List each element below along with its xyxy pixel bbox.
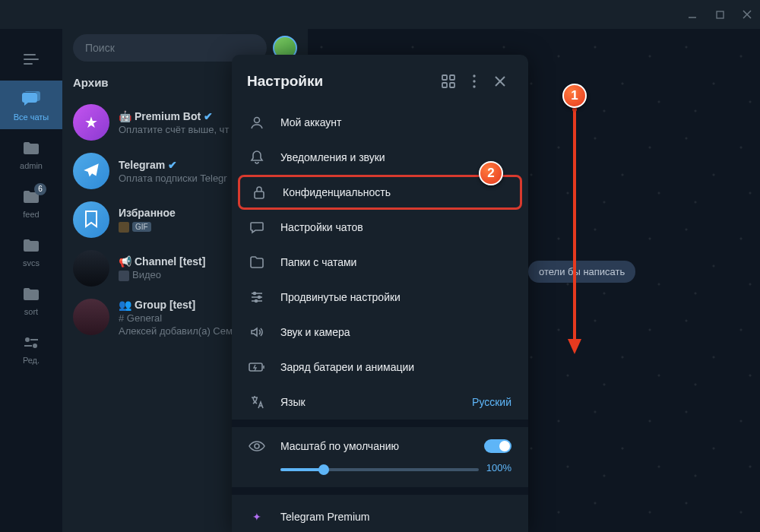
svg-point-20 bbox=[255, 118, 260, 123]
star-icon: ✦ bbox=[249, 508, 265, 525]
settings-chat[interactable]: Настройки чатов bbox=[232, 210, 528, 245]
channel-icon: 📢 bbox=[119, 255, 131, 268]
divider bbox=[232, 420, 528, 427]
annotation-marker-1: 1 bbox=[562, 84, 587, 108]
settings-value: Русский bbox=[472, 396, 511, 408]
folder-icon bbox=[249, 254, 265, 271]
avatar bbox=[73, 250, 109, 287]
svg-point-16 bbox=[473, 80, 475, 82]
svg-rect-14 bbox=[450, 83, 454, 87]
qr-button[interactable] bbox=[435, 68, 461, 94]
nav-label: Ред. bbox=[23, 356, 40, 365]
settings-advanced[interactable]: Продвинутые настройки bbox=[232, 280, 528, 315]
menu-toggle[interactable] bbox=[0, 44, 62, 74]
svg-rect-1 bbox=[717, 11, 724, 18]
modal-header: Настройки bbox=[232, 55, 528, 105]
modal-title: Настройки bbox=[247, 73, 435, 90]
settings-sound[interactable]: Звук и камера bbox=[232, 315, 528, 350]
nav-label: sort bbox=[24, 307, 38, 316]
chat-title: Telegram bbox=[119, 159, 165, 171]
svg-rect-28 bbox=[249, 363, 262, 371]
avatar bbox=[73, 153, 109, 189]
settings-label: Настройки чатов bbox=[280, 221, 511, 233]
settings-scale: Масштаб по умолчанию 100% bbox=[232, 427, 528, 487]
settings-label: Язык bbox=[280, 396, 457, 408]
bot-icon: 🤖 bbox=[119, 110, 131, 122]
settings-privacy[interactable]: Конфиденциальность bbox=[238, 175, 522, 210]
svg-rect-12 bbox=[450, 75, 454, 80]
folder-icon bbox=[21, 235, 42, 256]
settings-label: Уведомления и звуки bbox=[280, 151, 511, 163]
svg-point-15 bbox=[473, 74, 475, 77]
nav-sort[interactable]: sort bbox=[0, 275, 62, 324]
chat-icon bbox=[249, 219, 265, 236]
svg-rect-21 bbox=[255, 192, 264, 198]
settings-account[interactable]: Мой аккаунт bbox=[232, 105, 528, 140]
chat-title: Premium Bot bbox=[135, 110, 201, 122]
verified-icon: ✔ bbox=[168, 159, 177, 171]
chat-title: Channel [test] bbox=[135, 255, 205, 268]
svg-point-17 bbox=[473, 85, 475, 87]
settings-folders[interactable]: Папки с чатами bbox=[232, 245, 528, 280]
more-button[interactable] bbox=[461, 68, 487, 94]
scale-slider[interactable] bbox=[280, 468, 479, 471]
maximize-button[interactable] bbox=[714, 9, 725, 20]
annotation-arrow bbox=[565, 106, 584, 357]
annotation-marker-2: 2 bbox=[479, 161, 503, 185]
svg-point-23 bbox=[254, 293, 256, 295]
battery-icon bbox=[249, 359, 265, 375]
chats-icon bbox=[21, 89, 42, 110]
account-icon bbox=[249, 114, 265, 131]
scale-value: 100% bbox=[486, 462, 511, 473]
svg-marker-32 bbox=[568, 339, 581, 354]
folder-icon: 6 bbox=[21, 186, 42, 207]
settings-battery[interactable]: Заряд батареи и анимации bbox=[232, 350, 528, 385]
scale-toggle[interactable] bbox=[484, 439, 511, 453]
close-window-button[interactable] bbox=[742, 9, 752, 20]
settings-label: Продвинутые настройки bbox=[280, 291, 511, 303]
badge: 6 bbox=[34, 183, 46, 195]
avatar bbox=[73, 201, 109, 238]
language-icon bbox=[249, 394, 265, 410]
settings-label: Папки с чатами bbox=[280, 256, 511, 268]
settings-premium[interactable]: ✦ Telegram Premium bbox=[232, 499, 528, 532]
lock-icon bbox=[251, 184, 268, 201]
sidebar-nav: Все чаты admin 6 feed svcs sort Ред. bbox=[0, 29, 62, 532]
settings-label: Telegram Premium bbox=[280, 511, 511, 523]
nav-all-chats[interactable]: Все чаты bbox=[0, 81, 62, 129]
titlebar bbox=[0, 0, 760, 29]
verified-icon: ✔ bbox=[204, 110, 213, 122]
svg-rect-11 bbox=[442, 75, 447, 80]
settings-label: Мой аккаунт bbox=[280, 116, 511, 128]
eye-icon bbox=[249, 438, 265, 454]
chat-title: Group [test] bbox=[135, 299, 195, 311]
scale-label: Масштаб по умолчанию bbox=[280, 440, 469, 452]
minimize-button[interactable] bbox=[687, 9, 698, 20]
svg-point-9 bbox=[33, 344, 36, 347]
nav-label: admin bbox=[20, 161, 43, 170]
folder-icon bbox=[21, 138, 42, 159]
nav-feed[interactable]: 6 feed bbox=[0, 178, 62, 226]
divider bbox=[232, 487, 528, 495]
nav-svcs[interactable]: svcs bbox=[0, 226, 62, 275]
nav-edit[interactable]: Ред. bbox=[0, 324, 62, 372]
svg-point-27 bbox=[255, 300, 258, 302]
avatar: ★ bbox=[73, 104, 109, 141]
folder-icon bbox=[21, 283, 42, 305]
svg-point-30 bbox=[255, 444, 259, 448]
edit-icon bbox=[21, 332, 42, 353]
group-icon: 👥 bbox=[119, 299, 131, 311]
nav-label: feed bbox=[23, 210, 39, 219]
svg-rect-13 bbox=[442, 83, 447, 87]
settings-label: Конфиденциальность bbox=[283, 186, 509, 198]
nav-label: svcs bbox=[23, 258, 40, 268]
svg-point-7 bbox=[26, 338, 29, 341]
settings-label: Заряд батареи и анимации bbox=[280, 361, 511, 373]
nav-admin[interactable]: admin bbox=[0, 129, 62, 178]
speaker-icon bbox=[249, 324, 265, 340]
settings-label: Звук и камера bbox=[280, 326, 511, 338]
settings-modal: Настройки Мой аккаунт Уведомления и звук… bbox=[232, 55, 528, 532]
settings-language[interactable]: Язык Русский bbox=[232, 385, 528, 420]
close-button[interactable] bbox=[487, 68, 513, 94]
svg-point-25 bbox=[258, 296, 261, 299]
